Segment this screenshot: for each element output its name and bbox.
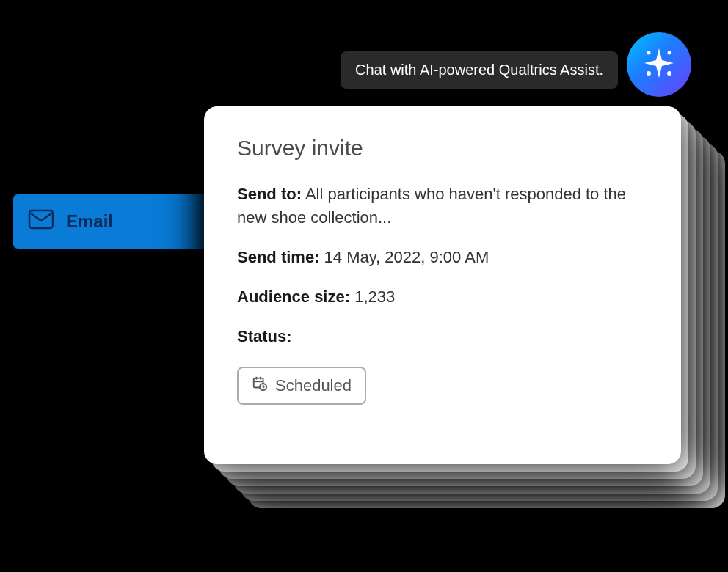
svg-point-1 <box>667 71 671 76</box>
send-time-field: Send time: 14 May, 2022, 9:00 AM <box>237 246 648 269</box>
svg-point-0 <box>647 71 651 76</box>
qualtrics-assist-button[interactable] <box>627 32 691 97</box>
sparkle-icon <box>641 45 677 84</box>
email-tab[interactable]: Email <box>13 194 211 249</box>
audience-size-label: Audience size: <box>237 287 350 306</box>
svg-rect-4 <box>29 210 53 228</box>
send-to-label: Send to: <box>237 185 302 203</box>
audience-size-value: 1,233 <box>354 287 395 306</box>
calendar-clock-icon <box>252 375 268 396</box>
send-time-value: 14 May, 2022, 9:00 AM <box>324 248 489 266</box>
audience-size-field: Audience size: 1,233 <box>237 285 648 309</box>
email-tab-label: Email <box>66 211 113 232</box>
status-field: Status: <box>237 325 648 348</box>
send-to-field: Send to: All participants who haven't re… <box>237 183 648 230</box>
status-label: Status: <box>237 327 292 345</box>
card-title: Survey invite <box>237 136 648 161</box>
tooltip-text: Chat with AI-powered Qualtrics Assist. <box>355 62 603 78</box>
survey-invite-card: Survey invite Send to: All participants … <box>204 106 681 464</box>
svg-point-2 <box>668 51 671 55</box>
assist-tooltip: Chat with AI-powered Qualtrics Assist. <box>341 51 618 89</box>
svg-point-3 <box>647 51 651 55</box>
mail-icon <box>28 209 54 234</box>
send-time-label: Send time: <box>237 248 319 266</box>
status-value: Scheduled <box>275 376 352 395</box>
status-badge: Scheduled <box>237 367 366 405</box>
